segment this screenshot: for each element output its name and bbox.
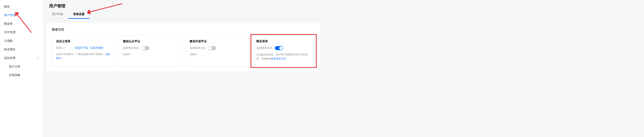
sidebar-item-static-site[interactable]: 静态网站 <box>0 45 43 54</box>
sidebar-item-cloud-fn[interactable]: 云函数 <box>0 37 43 45</box>
tab-login-settings[interactable]: 登录设置 <box>68 10 90 19</box>
card-custom-title: 自定义登录 <box>56 39 111 43</box>
toggle-anonymous[interactable] <box>275 46 283 50</box>
sidebar-item-stats[interactable]: 统计分析 <box>0 62 43 71</box>
sidebar: 概览 用户管理 数据库 文件管理 云函数 静态网站 监控告警 统计分析 告警策略 <box>0 0 43 137</box>
toggle-wx-mp[interactable] <box>142 46 150 50</box>
anon-enable-label: 启用登录方式 <box>256 46 275 50</box>
card-wx-mp: 微信公众平台 启用登录方式 AppId - <box>119 36 182 66</box>
link-generate-download[interactable]: 生成并下载 <box>74 46 88 50</box>
info-icon[interactable]: i <box>62 47 65 50</box>
card-anonymous: 匿名登录 启用登录方式 启动匿名登录后，用户将不需要登录即可访问应用，详细参考匿… <box>252 36 315 66</box>
toggle-wx-open[interactable] <box>208 46 216 50</box>
wx-open-enable-label: 启用登录方式 <box>190 46 208 50</box>
tabs: 用户列表 登录设置 <box>47 10 320 19</box>
wx-open-appid-label: AppId <box>190 53 208 56</box>
wx-open-appid-value: - <box>208 53 209 56</box>
card-wx-mp-title: 微信公众平台 <box>123 39 178 43</box>
card-wx-open: 微信开放平台 启用登录方式 AppId - <box>185 36 248 66</box>
sidebar-item-monitoring[interactable]: 监控告警 <box>0 54 43 62</box>
sidebar-item-alert-policy[interactable]: 告警策略 <box>0 71 43 80</box>
link-anon-doc[interactable]: 匿名登录方式 <box>271 57 286 60</box>
card-wx-open-title: 微信开放平台 <box>190 39 244 43</box>
private-key-label: 私钥i <box>56 46 74 50</box>
wx-mp-appid-label: AppId <box>123 53 142 56</box>
sidebar-item-overview[interactable]: 概览 <box>0 2 43 11</box>
wx-mp-enable-label: 启用登录方式 <box>123 46 142 50</box>
sidebar-item-user-mgmt[interactable]: 用户管理 <box>0 11 43 19</box>
link-generate-copy[interactable]: 生成并复制 <box>90 46 103 50</box>
sidebar-item-file-mgmt[interactable]: 文件管理 <box>0 28 43 37</box>
chevron-down-icon <box>36 57 39 59</box>
panel-title: 登录方式 <box>52 28 315 32</box>
anon-desc: 启动匿名登录后，用户将不需要登录即可访问应用，详细参考匿名登录方式 <box>256 53 311 61</box>
card-custom-login: 自定义登录 私钥i 生成并下载 生成并复制 若您未开启MFA，下载私钥操作将不受… <box>52 36 115 66</box>
tab-user-list[interactable]: 用户列表 <box>47 10 68 18</box>
page-title: 用户管理 <box>47 0 320 10</box>
card-anon-title: 匿名登录 <box>256 39 311 43</box>
login-methods-panel: 登录方式 自定义登录 私钥i 生成并下载 生成并复制 若您未开启MFA，下载私钥… <box>47 23 320 71</box>
wx-mp-appid-value: - <box>142 53 142 56</box>
sidebar-item-database[interactable]: 数据库 <box>0 19 43 28</box>
main-content: 用户管理 用户列表 登录设置 登录方式 自定义登录 私钥i 生成并下载 生成并复… <box>43 0 320 137</box>
blank-right <box>320 0 644 137</box>
custom-login-desc: 若您未开启MFA，下载私钥操作将不受保护。绑定MFA <box>56 52 111 61</box>
